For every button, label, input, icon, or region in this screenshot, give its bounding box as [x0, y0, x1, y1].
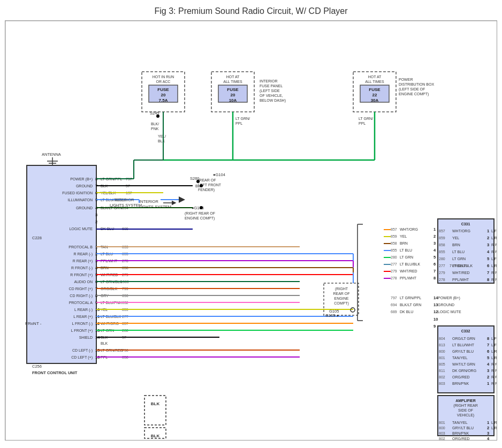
svg-text:AMPLIFIER: AMPLIFIER — [455, 399, 476, 403]
svg-text:REAR OF: REAR OF — [333, 292, 349, 295]
svg-text:30A: 30A — [371, 98, 379, 103]
svg-text:855: 855 — [439, 250, 445, 254]
svg-text:BRN: BRN — [452, 243, 460, 247]
svg-text:CD RIGHT (-): CD RIGHT (-) — [70, 294, 93, 298]
svg-text:R REAR SIG (-): R REAR SIG (-) — [491, 375, 497, 379]
svg-text:2: 2 — [487, 426, 489, 430]
svg-text:5: 5 — [487, 355, 489, 360]
svg-text:HOT AT: HOT AT — [368, 75, 382, 79]
svg-text:L REAR (-): L REAR (-) — [491, 236, 497, 240]
svg-text:FUSE: FUSE — [227, 87, 239, 92]
svg-text:G105 ●: G105 ● — [325, 313, 339, 318]
svg-text:BLK: BLK — [151, 434, 160, 438]
svg-text:S260: S260 — [190, 176, 200, 181]
svg-text:FUSED IGNITION: FUSED IGNITION — [62, 191, 93, 195]
svg-text:ALL TIMES: ALL TIMES — [223, 80, 242, 83]
svg-text:L REAR SIG (-): L REAR SIG (-) — [491, 356, 497, 360]
svg-text:6: 6 — [487, 263, 489, 268]
svg-text:SHIELD: SHIELD — [79, 336, 93, 339]
svg-text:LT GRN/PPL: LT GRN/PPL — [400, 296, 421, 300]
svg-text:BRN: BRN — [400, 241, 408, 245]
svg-text:L FRONT (+): L FRONT (+) — [491, 257, 497, 261]
svg-text:7: 7 — [487, 270, 489, 275]
svg-text:LT GRN: LT GRN — [400, 255, 413, 259]
svg-text:8: 8 — [487, 336, 489, 341]
svg-text:803: 803 — [439, 382, 445, 385]
svg-text:R REAR (-): R REAR (-) — [491, 250, 497, 254]
svg-point-338 — [200, 206, 203, 209]
svg-text:BLK/LT GRN: BLK/LT GRN — [400, 303, 421, 307]
svg-text:277: 277 — [391, 262, 397, 266]
svg-text:R REAR (-): R REAR (-) — [74, 252, 93, 256]
svg-text:L FRONT SIG (+): L FRONT SIG (+) — [491, 337, 497, 341]
svg-text:YEL: YEL — [400, 234, 407, 238]
svg-text:C256: C256 — [32, 364, 42, 369]
svg-text:7: 7 — [433, 269, 436, 274]
svg-text:R FRONT SIG (-): R FRONT SIG (-) — [491, 369, 497, 373]
svg-text:858: 858 — [439, 243, 445, 247]
svg-text:BLK: BLK — [151, 401, 160, 406]
svg-text:804: 804 — [439, 337, 445, 340]
svg-text:3: 3 — [487, 242, 489, 247]
svg-text:1: 1 — [487, 420, 489, 425]
svg-text:HOT AT: HOT AT — [226, 75, 240, 79]
svg-text:280: 280 — [439, 257, 445, 261]
svg-text:S245: S245 — [150, 111, 159, 116]
svg-text:9: 9 — [433, 324, 436, 329]
svg-text:PROTOCAL B: PROTOCAL B — [69, 245, 93, 249]
svg-text:COMPT): COMPT) — [334, 301, 349, 306]
svg-text:CD LEFT (+): CD LEFT (+) — [71, 355, 93, 360]
svg-text:LIGHTS SYSTEM: LIGHTS SYSTEM — [139, 204, 171, 209]
svg-text:R REAR SIG (+): R REAR SIG (+) — [491, 382, 497, 386]
svg-text:FUSE PANEL: FUSE PANEL — [260, 84, 283, 88]
svg-text:LOGIC MUTE: LOGIC MUTE — [438, 310, 461, 314]
svg-text:22: 22 — [372, 93, 377, 97]
svg-text:OR ACC: OR ACC — [156, 80, 171, 83]
svg-text:801: 801 — [439, 356, 445, 360]
svg-text:802: 802 — [439, 437, 445, 441]
svg-text:BELOW DASH): BELOW DASH) — [260, 98, 286, 103]
svg-text:ENGINE: ENGINE — [334, 297, 349, 300]
svg-text:2: 2 — [95, 219, 97, 224]
svg-text:OF VEHICLE,: OF VEHICLE, — [260, 94, 283, 97]
svg-text:803: 803 — [439, 431, 445, 435]
svg-text:L FRONT (-): L FRONT (-) — [491, 229, 497, 233]
svg-text:R FRONT (+): R FRONT (+) — [70, 273, 93, 277]
svg-text:7 FRONT -: 7 FRONT - — [450, 264, 468, 268]
svg-text:PPL: PPL — [359, 122, 366, 125]
svg-text:BLK: BLK — [158, 139, 165, 143]
svg-text:DK BLU: DK BLU — [400, 310, 413, 314]
svg-text:FRoNT -: FRoNT - — [25, 321, 42, 326]
svg-text:(RIGHT REAR: (RIGHT REAR — [453, 404, 477, 408]
svg-text:857: 857 — [391, 227, 397, 231]
svg-text:813: 813 — [439, 343, 445, 347]
svg-text:8: 8 — [433, 276, 436, 280]
svg-text:LT BLU: LT BLU — [400, 248, 412, 252]
svg-text:FRONT CONTROL UNIT: FRONT CONTROL UNIT — [32, 370, 78, 375]
svg-text:BRN/PNK: BRN/PNK — [452, 382, 469, 385]
diagram-container: HOT IN RUN OR ACC FUSE 20 7.5A HOT AT AL… — [5, 20, 497, 441]
svg-text:FENDER): FENDER) — [198, 188, 215, 192]
svg-text:859: 859 — [391, 234, 397, 238]
svg-text:POWER: POWER — [399, 78, 413, 81]
svg-text:(RIGHT: (RIGHT — [335, 287, 348, 291]
svg-text:TAN/YEL: TAN/YEL — [452, 356, 468, 360]
svg-text:SIDE OF: SIDE OF — [458, 408, 473, 412]
svg-text:10: 10 — [433, 317, 438, 322]
svg-text:278: 278 — [439, 278, 445, 282]
svg-text:L REAR SIG (-): L REAR SIG (-) — [491, 426, 497, 430]
svg-text:HOT IN RUN: HOT IN RUN — [153, 75, 174, 79]
svg-text:694: 694 — [391, 303, 397, 307]
svg-text:LT BLU/BLK: LT BLU/BLK — [400, 262, 421, 266]
svg-text:GROUND: GROUND — [438, 303, 454, 307]
svg-text:L REAR (+): L REAR (+) — [73, 315, 93, 319]
svg-text:WHT/RED: WHT/RED — [400, 269, 417, 273]
svg-text:LT BLU/WHT: LT BLU/WHT — [452, 343, 475, 347]
svg-text:L REAR SIG (+): L REAR SIG (+) — [491, 421, 497, 425]
svg-text:BLK: BLK — [101, 341, 108, 345]
svg-text:DISTRIBUTION BOX: DISTRIBUTION BOX — [399, 82, 434, 86]
svg-text:2: 2 — [487, 375, 489, 379]
svg-text:279: 279 — [391, 269, 397, 273]
svg-text:7: 7 — [487, 343, 489, 347]
svg-text:3: 3 — [433, 241, 436, 246]
